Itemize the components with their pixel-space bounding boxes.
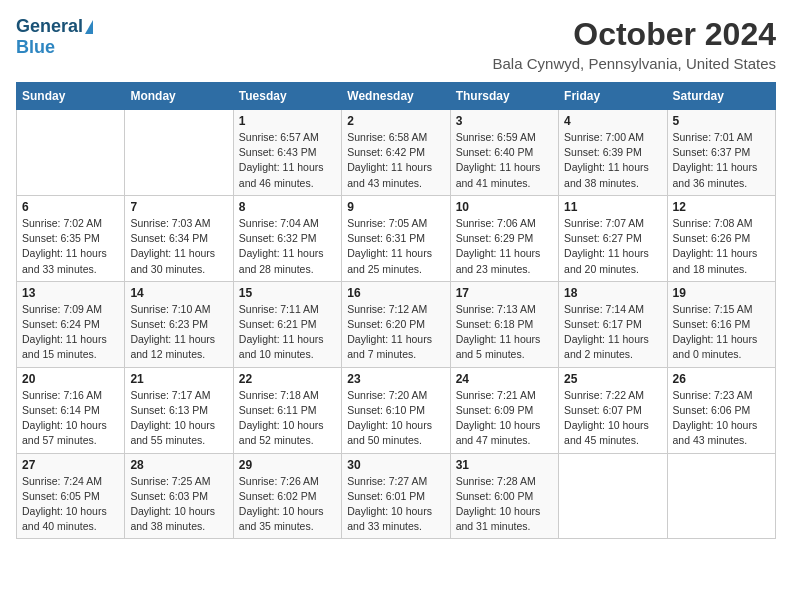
day-of-week-header: Saturday (667, 83, 775, 110)
day-info: Sunrise: 7:04 AM Sunset: 6:32 PM Dayligh… (239, 216, 336, 277)
calendar-cell: 3Sunrise: 6:59 AM Sunset: 6:40 PM Daylig… (450, 110, 558, 196)
day-number: 26 (673, 372, 770, 386)
calendar-cell: 16Sunrise: 7:12 AM Sunset: 6:20 PM Dayli… (342, 281, 450, 367)
calendar-cell: 10Sunrise: 7:06 AM Sunset: 6:29 PM Dayli… (450, 195, 558, 281)
day-number: 22 (239, 372, 336, 386)
day-info: Sunrise: 7:15 AM Sunset: 6:16 PM Dayligh… (673, 302, 770, 363)
day-info: Sunrise: 7:21 AM Sunset: 6:09 PM Dayligh… (456, 388, 553, 449)
calendar-cell: 28Sunrise: 7:25 AM Sunset: 6:03 PM Dayli… (125, 453, 233, 539)
day-info: Sunrise: 7:14 AM Sunset: 6:17 PM Dayligh… (564, 302, 661, 363)
day-of-week-header: Wednesday (342, 83, 450, 110)
day-info: Sunrise: 7:07 AM Sunset: 6:27 PM Dayligh… (564, 216, 661, 277)
day-info: Sunrise: 7:20 AM Sunset: 6:10 PM Dayligh… (347, 388, 444, 449)
day-info: Sunrise: 7:10 AM Sunset: 6:23 PM Dayligh… (130, 302, 227, 363)
calendar-cell: 19Sunrise: 7:15 AM Sunset: 6:16 PM Dayli… (667, 281, 775, 367)
day-number: 21 (130, 372, 227, 386)
day-number: 11 (564, 200, 661, 214)
calendar-cell: 15Sunrise: 7:11 AM Sunset: 6:21 PM Dayli… (233, 281, 341, 367)
day-number: 12 (673, 200, 770, 214)
calendar-cell: 4Sunrise: 7:00 AM Sunset: 6:39 PM Daylig… (559, 110, 667, 196)
calendar-cell: 27Sunrise: 7:24 AM Sunset: 6:05 PM Dayli… (17, 453, 125, 539)
logo-triangle-icon (85, 20, 93, 34)
day-of-week-header: Sunday (17, 83, 125, 110)
day-info: Sunrise: 7:03 AM Sunset: 6:34 PM Dayligh… (130, 216, 227, 277)
day-number: 15 (239, 286, 336, 300)
day-info: Sunrise: 6:59 AM Sunset: 6:40 PM Dayligh… (456, 130, 553, 191)
calendar-cell (667, 453, 775, 539)
calendar-table: SundayMondayTuesdayWednesdayThursdayFrid… (16, 82, 776, 539)
logo-general-text: General (16, 16, 83, 37)
day-info: Sunrise: 7:05 AM Sunset: 6:31 PM Dayligh… (347, 216, 444, 277)
day-number: 29 (239, 458, 336, 472)
day-info: Sunrise: 6:57 AM Sunset: 6:43 PM Dayligh… (239, 130, 336, 191)
day-of-week-header: Friday (559, 83, 667, 110)
calendar-cell: 29Sunrise: 7:26 AM Sunset: 6:02 PM Dayli… (233, 453, 341, 539)
day-number: 13 (22, 286, 119, 300)
day-of-week-header: Monday (125, 83, 233, 110)
calendar-cell: 1Sunrise: 6:57 AM Sunset: 6:43 PM Daylig… (233, 110, 341, 196)
day-info: Sunrise: 7:28 AM Sunset: 6:00 PM Dayligh… (456, 474, 553, 535)
day-number: 8 (239, 200, 336, 214)
day-info: Sunrise: 7:02 AM Sunset: 6:35 PM Dayligh… (22, 216, 119, 277)
day-number: 25 (564, 372, 661, 386)
day-number: 2 (347, 114, 444, 128)
page-header: General Blue October 2024 Bala Cynwyd, P… (16, 16, 776, 72)
calendar-cell: 18Sunrise: 7:14 AM Sunset: 6:17 PM Dayli… (559, 281, 667, 367)
title-block: October 2024 Bala Cynwyd, Pennsylvania, … (493, 16, 776, 72)
day-number: 23 (347, 372, 444, 386)
day-number: 5 (673, 114, 770, 128)
calendar-header-row: SundayMondayTuesdayWednesdayThursdayFrid… (17, 83, 776, 110)
calendar-cell (125, 110, 233, 196)
calendar-cell: 17Sunrise: 7:13 AM Sunset: 6:18 PM Dayli… (450, 281, 558, 367)
day-number: 16 (347, 286, 444, 300)
logo-blue-text: Blue (16, 37, 93, 58)
day-number: 20 (22, 372, 119, 386)
calendar-cell: 23Sunrise: 7:20 AM Sunset: 6:10 PM Dayli… (342, 367, 450, 453)
day-number: 17 (456, 286, 553, 300)
calendar-cell: 31Sunrise: 7:28 AM Sunset: 6:00 PM Dayli… (450, 453, 558, 539)
day-info: Sunrise: 7:16 AM Sunset: 6:14 PM Dayligh… (22, 388, 119, 449)
calendar-cell: 9Sunrise: 7:05 AM Sunset: 6:31 PM Daylig… (342, 195, 450, 281)
day-info: Sunrise: 7:27 AM Sunset: 6:01 PM Dayligh… (347, 474, 444, 535)
calendar-week-row: 27Sunrise: 7:24 AM Sunset: 6:05 PM Dayli… (17, 453, 776, 539)
calendar-cell (17, 110, 125, 196)
day-info: Sunrise: 7:24 AM Sunset: 6:05 PM Dayligh… (22, 474, 119, 535)
day-info: Sunrise: 7:11 AM Sunset: 6:21 PM Dayligh… (239, 302, 336, 363)
day-info: Sunrise: 7:01 AM Sunset: 6:37 PM Dayligh… (673, 130, 770, 191)
day-info: Sunrise: 7:17 AM Sunset: 6:13 PM Dayligh… (130, 388, 227, 449)
day-info: Sunrise: 7:23 AM Sunset: 6:06 PM Dayligh… (673, 388, 770, 449)
calendar-cell: 6Sunrise: 7:02 AM Sunset: 6:35 PM Daylig… (17, 195, 125, 281)
calendar-cell: 5Sunrise: 7:01 AM Sunset: 6:37 PM Daylig… (667, 110, 775, 196)
day-number: 3 (456, 114, 553, 128)
calendar-cell: 2Sunrise: 6:58 AM Sunset: 6:42 PM Daylig… (342, 110, 450, 196)
calendar-cell: 26Sunrise: 7:23 AM Sunset: 6:06 PM Dayli… (667, 367, 775, 453)
day-of-week-header: Tuesday (233, 83, 341, 110)
day-number: 19 (673, 286, 770, 300)
day-number: 28 (130, 458, 227, 472)
day-number: 6 (22, 200, 119, 214)
day-number: 1 (239, 114, 336, 128)
calendar-cell: 21Sunrise: 7:17 AM Sunset: 6:13 PM Dayli… (125, 367, 233, 453)
day-number: 14 (130, 286, 227, 300)
day-info: Sunrise: 6:58 AM Sunset: 6:42 PM Dayligh… (347, 130, 444, 191)
calendar-cell: 11Sunrise: 7:07 AM Sunset: 6:27 PM Dayli… (559, 195, 667, 281)
calendar-week-row: 13Sunrise: 7:09 AM Sunset: 6:24 PM Dayli… (17, 281, 776, 367)
day-number: 24 (456, 372, 553, 386)
month-title: October 2024 (493, 16, 776, 53)
calendar-cell: 30Sunrise: 7:27 AM Sunset: 6:01 PM Dayli… (342, 453, 450, 539)
day-info: Sunrise: 7:22 AM Sunset: 6:07 PM Dayligh… (564, 388, 661, 449)
day-number: 31 (456, 458, 553, 472)
day-info: Sunrise: 7:08 AM Sunset: 6:26 PM Dayligh… (673, 216, 770, 277)
location: Bala Cynwyd, Pennsylvania, United States (493, 55, 776, 72)
calendar-week-row: 20Sunrise: 7:16 AM Sunset: 6:14 PM Dayli… (17, 367, 776, 453)
day-number: 7 (130, 200, 227, 214)
calendar-cell: 14Sunrise: 7:10 AM Sunset: 6:23 PM Dayli… (125, 281, 233, 367)
calendar-week-row: 6Sunrise: 7:02 AM Sunset: 6:35 PM Daylig… (17, 195, 776, 281)
calendar-week-row: 1Sunrise: 6:57 AM Sunset: 6:43 PM Daylig… (17, 110, 776, 196)
day-number: 4 (564, 114, 661, 128)
day-of-week-header: Thursday (450, 83, 558, 110)
calendar-cell: 20Sunrise: 7:16 AM Sunset: 6:14 PM Dayli… (17, 367, 125, 453)
day-info: Sunrise: 7:25 AM Sunset: 6:03 PM Dayligh… (130, 474, 227, 535)
logo: General Blue (16, 16, 93, 58)
day-info: Sunrise: 7:18 AM Sunset: 6:11 PM Dayligh… (239, 388, 336, 449)
